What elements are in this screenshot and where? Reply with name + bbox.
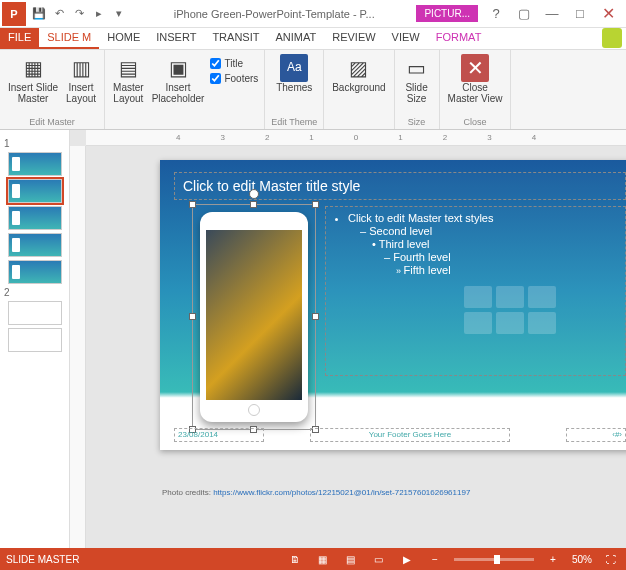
normal-view-button[interactable]: ▦ — [314, 551, 332, 567]
layout-thumb-1-3[interactable] — [8, 233, 62, 257]
tab-file[interactable]: FILE — [0, 28, 39, 49]
resize-handle-ne[interactable] — [312, 201, 319, 208]
insert-layout-button[interactable]: ▥ Insert Layout — [64, 52, 98, 106]
master-number-2: 2 — [4, 287, 65, 298]
selection-box[interactable] — [192, 204, 316, 430]
title-checkbox[interactable]: Title — [210, 58, 258, 69]
master-layout-button[interactable]: ▤ Master Layout — [111, 52, 146, 106]
tab-slide-master[interactable]: SLIDE M — [39, 28, 99, 49]
video-icon[interactable] — [528, 312, 556, 334]
start-slideshow-icon[interactable]: ▸ — [90, 5, 108, 23]
account-icon[interactable] — [602, 28, 622, 48]
resize-handle-nw[interactable] — [189, 201, 196, 208]
layout-thumb-1-1[interactable] — [8, 179, 62, 203]
slideshow-button[interactable]: ▶ — [398, 551, 416, 567]
save-icon[interactable]: 💾 — [30, 5, 48, 23]
resize-handle-e[interactable] — [312, 313, 319, 320]
title-placeholder[interactable]: Click to edit Master title style — [174, 172, 626, 200]
maximize-button[interactable]: □ — [568, 4, 592, 24]
tab-view[interactable]: VIEW — [384, 28, 428, 49]
resize-handle-w[interactable] — [189, 313, 196, 320]
picture-icon[interactable] — [464, 312, 492, 334]
online-picture-icon[interactable] — [496, 312, 524, 334]
close-button[interactable]: ✕ — [596, 4, 620, 24]
layout-icon: ▥ — [67, 54, 95, 82]
app-icon: P — [2, 2, 26, 26]
chart-icon[interactable] — [496, 286, 524, 308]
body-placeholder[interactable]: Click to edit Master text styles Second … — [325, 206, 626, 376]
horizontal-ruler: 432101234 — [86, 130, 626, 146]
window-title: iPhone Green-PowerPoint-Template - P... — [132, 8, 416, 20]
group-size: Size — [408, 117, 426, 127]
date-placeholder[interactable]: 23/08/2014 — [174, 428, 264, 442]
master-layout-icon: ▤ — [114, 54, 142, 82]
sorter-view-button[interactable]: ▤ — [342, 551, 360, 567]
resize-handle-n[interactable] — [250, 201, 257, 208]
layout-thumb-1-4[interactable] — [8, 260, 62, 284]
footers-checkbox[interactable]: Footers — [210, 73, 258, 84]
tab-home[interactable]: HOME — [99, 28, 148, 49]
insert-slide-master-button[interactable]: ▦ Insert Slide Master — [6, 52, 60, 106]
notes-button[interactable]: 🗎 — [286, 551, 304, 567]
title-bar: P 💾 ↶ ↷ ▸ ▾ iPhone Green-PowerPoint-Temp… — [0, 0, 626, 28]
themes-button[interactable]: Aa Themes — [274, 52, 314, 95]
slide-size-button[interactable]: ▭ Slide Size — [401, 52, 433, 106]
redo-icon[interactable]: ↷ — [70, 5, 88, 23]
tab-format[interactable]: FORMAT — [428, 28, 490, 49]
zoom-slider[interactable] — [454, 558, 534, 561]
content-placeholder-icons[interactable] — [464, 286, 564, 334]
master-thumb-2[interactable] — [8, 301, 62, 325]
credits-link[interactable]: https://www.flickr.com/photos/12215021@0… — [213, 488, 470, 497]
ribbon: ▦ Insert Slide Master ▥ Insert Layout Ed… — [0, 50, 626, 130]
background-button[interactable]: ▨ Background — [330, 52, 387, 95]
slide-master-icon: ▦ — [19, 54, 47, 82]
insert-placeholder-button[interactable]: ▣ Insert Placeholder — [150, 52, 207, 106]
slide-canvas[interactable]: Click to edit Master title style Click t… — [160, 160, 626, 450]
master-number-1: 1 — [4, 138, 65, 149]
placeholder-icon: ▣ — [164, 54, 192, 82]
status-mode: SLIDE MASTER — [6, 554, 79, 565]
table-icon[interactable] — [464, 286, 492, 308]
ribbon-display-icon[interactable]: ▢ — [512, 4, 536, 24]
contextual-tab-label: PICTUR... — [416, 5, 478, 22]
slide-thumbnails: 1 2 — [0, 130, 70, 548]
ribbon-tabs: FILE SLIDE M HOME INSERT TRANSIT ANIMAT … — [0, 28, 626, 50]
smartart-icon[interactable] — [528, 286, 556, 308]
fit-to-window-button[interactable]: ⛶ — [602, 551, 620, 567]
slide-editor[interactable]: 432101234 Click to edit Master title sty… — [70, 130, 626, 548]
group-edit-theme: Edit Theme — [271, 117, 317, 127]
qat-more-icon[interactable]: ▾ — [110, 5, 128, 23]
zoom-level: 50% — [572, 554, 592, 565]
close-master-button[interactable]: ✕ Close Master View — [446, 52, 505, 106]
status-bar: SLIDE MASTER 🗎 ▦ ▤ ▭ ▶ − + 50% ⛶ — [0, 548, 626, 570]
themes-icon: Aa — [280, 54, 308, 82]
vertical-ruler — [70, 146, 86, 548]
group-edit-master: Edit Master — [29, 117, 75, 127]
tab-insert[interactable]: INSERT — [148, 28, 204, 49]
workspace: 1 2 432101234 Click to edit Master title… — [0, 130, 626, 548]
photo-credits: Photo credits: https://www.flickr.com/ph… — [162, 488, 626, 497]
layout-thumb-1-2[interactable] — [8, 206, 62, 230]
tab-animations[interactable]: ANIMAT — [267, 28, 324, 49]
tab-transitions[interactable]: TRANSIT — [204, 28, 267, 49]
help-icon[interactable]: ? — [484, 4, 508, 24]
zoom-in-button[interactable]: + — [544, 551, 562, 567]
pagenum-placeholder[interactable]: ‹#› — [566, 428, 626, 442]
layout-thumb-2-1[interactable] — [8, 328, 62, 352]
footer-placeholder[interactable]: Your Footer Goes Here — [310, 428, 510, 442]
undo-icon[interactable]: ↶ — [50, 5, 68, 23]
tab-review[interactable]: REVIEW — [324, 28, 383, 49]
rotate-handle[interactable] — [249, 189, 259, 199]
master-thumb-1[interactable] — [8, 152, 62, 176]
close-icon: ✕ — [461, 54, 489, 82]
reading-view-button[interactable]: ▭ — [370, 551, 388, 567]
zoom-out-button[interactable]: − — [426, 551, 444, 567]
slide-size-icon: ▭ — [403, 54, 431, 82]
minimize-button[interactable]: — — [540, 4, 564, 24]
background-icon: ▨ — [345, 54, 373, 82]
group-close: Close — [463, 117, 486, 127]
